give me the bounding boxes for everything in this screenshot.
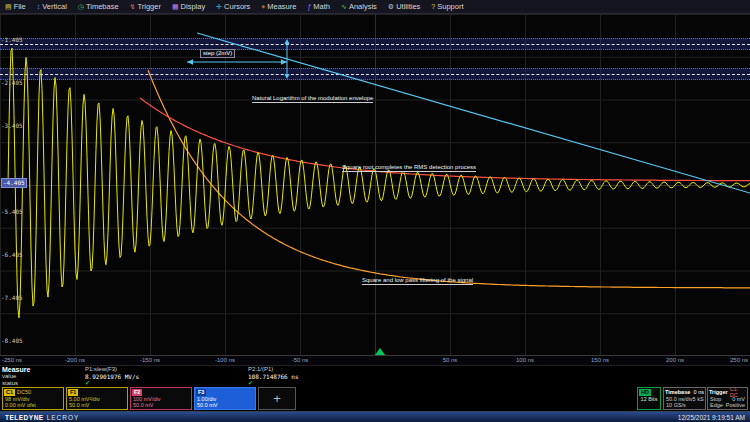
datetime-display: 12/25/2021 9:19:51 AM: [678, 414, 745, 421]
support-icon: ?: [431, 3, 435, 10]
y-axis-label: -7.405: [1, 294, 23, 302]
measure-panel-title: Measure: [2, 366, 30, 373]
c1-coupling: DC50: [17, 389, 31, 395]
y-axis-label: -6.405: [1, 251, 23, 259]
menu-item-math[interactable]: ƒMath: [307, 2, 330, 11]
lowpass-annotation-label: Square and low pass filtering of the sig…: [362, 277, 473, 285]
f3-chip: F3: [196, 389, 206, 396]
measure-value-row-label: value: [2, 373, 16, 380]
f3-offset: 50.0 mV: [195, 402, 255, 408]
rms-annotation-label: Square root completes the RMS detection …: [342, 164, 476, 172]
channel-c1-descriptor[interactable]: C1DC50 98 mV/div 0.00 mV ofst 85.557 kS: [2, 387, 64, 410]
menu-item-support[interactable]: ?Support: [431, 2, 463, 11]
menu-label: Analysis: [349, 2, 377, 11]
y-axis-label: -8.405: [1, 337, 23, 345]
x-axis-label: 150 ns: [591, 357, 609, 363]
menu-label: Vertical: [42, 2, 67, 11]
menu-item-timebase[interactable]: ◷Timebase: [78, 2, 119, 11]
menu-item-measure[interactable]: ⌖Measure: [261, 2, 296, 11]
vertical-icon: ↕: [37, 3, 41, 10]
timebase-title: Timebase: [665, 389, 690, 395]
c1-chip: C1: [4, 389, 15, 396]
menu-label: File: [14, 2, 26, 11]
descriptor-row: C1DC50 98 mV/div 0.00 mV ofst 85.557 kS …: [0, 386, 750, 411]
timebase-offset: 0 ns: [694, 389, 704, 395]
menu-label: Timebase: [86, 2, 119, 11]
measure-p2-header[interactable]: P2:1/(P1): [248, 366, 273, 373]
step-annotation-label[interactable]: step (2mV): [200, 49, 235, 58]
menu-item-vertical[interactable]: ↕Vertical: [37, 2, 67, 11]
x-axis-label: -50 ns: [292, 357, 309, 363]
utilities-icon: ⚙: [388, 3, 394, 10]
menu-label: Support: [437, 2, 463, 11]
hd-chip: HD: [639, 389, 651, 396]
c1-samples: 85.557 kS: [3, 408, 63, 410]
log-annotation-label: Natural Logarithm of the modulation enve…: [252, 95, 373, 103]
menu-item-analysis[interactable]: ∿Analysis: [341, 2, 377, 11]
status-bar: TELEDYNE LECROY 12/25/2021 9:19:51 AM: [0, 411, 750, 422]
timebase-descriptor[interactable]: Timebase0 ns 50.0 ns/div5 kS 10 GS/s: [663, 387, 706, 410]
file-icon: ▤: [5, 3, 12, 10]
analysis-icon: ∿: [341, 3, 347, 10]
menu-label: Display: [181, 2, 206, 11]
x-axis-label: 200 ns: [666, 357, 684, 363]
add-trace-button[interactable]: +: [258, 387, 296, 410]
math-icon: ƒ: [307, 3, 311, 10]
x-axis-label: -100 ns: [215, 357, 235, 363]
f2-chip: F2: [132, 389, 142, 396]
menu-label: Cursors: [224, 2, 250, 11]
y-axis-label-highlighted: -4.405: [1, 178, 27, 188]
menu-item-utilities[interactable]: ⚙Utilities: [388, 2, 420, 11]
x-axis: -250 ns -200 ns -150 ns -100 ns -50 ns 5…: [0, 356, 750, 365]
menu-label: Measure: [267, 2, 296, 11]
hd-bits: 12 Bits: [638, 396, 660, 402]
waveform-grid: -1.405 -2.405 -3.405 -4.405 -5.405 -6.40…: [0, 14, 750, 356]
cursors-icon: ✛: [216, 3, 222, 10]
x-axis-label: -200 ns: [65, 357, 85, 363]
timebase-rate: 10 GS/s: [666, 402, 686, 408]
x-axis-label: 250 ns: [730, 357, 748, 363]
trigger-icon: ↯: [130, 3, 136, 10]
menu-item-file[interactable]: ▤File: [5, 2, 26, 11]
oscilloscope-app: ▤File ↕Vertical ◷Timebase ↯Trigger ▦Disp…: [0, 0, 750, 422]
menu-label: Trigger: [137, 2, 160, 11]
x-axis-label: 50 ns: [443, 357, 458, 363]
timebase-icon: ◷: [78, 3, 84, 10]
trigger-descriptor[interactable]: TriggerC1 DC Stop0 mV EdgePositive: [707, 387, 748, 410]
x-axis-label: 100 ns: [516, 357, 534, 363]
brand-teledyne: TELEDYNE: [5, 414, 44, 421]
trace-f1-descriptor[interactable]: F1 5.00 mV²/div 50.0 mV: [66, 387, 128, 410]
y-axis-label: -1.405: [1, 36, 23, 44]
hd-mode-indicator: HD 12 Bits: [637, 387, 661, 410]
y-axis-label: -5.405: [1, 208, 23, 216]
brand-lecroy: LECROY: [47, 414, 80, 421]
menu-label: Utilities: [396, 2, 420, 11]
y-axis-label: -3.405: [1, 122, 23, 130]
measure-p1-value: 8.92901976 MV/s: [85, 373, 139, 380]
menu-item-display[interactable]: ▦Display: [172, 2, 205, 11]
waveform-canvas: [0, 14, 750, 356]
f1-offset: 50.0 mV: [67, 402, 127, 408]
measure-panel: Measure P1:slew(F3) P2:1/(P1) value 8.92…: [0, 365, 750, 387]
menu-label: Math: [313, 2, 330, 11]
display-icon: ▦: [172, 3, 179, 10]
trace-f3-descriptor[interactable]: F3 1.00/div 50.0 mV: [194, 387, 256, 410]
trigger-slope: Positive: [726, 402, 745, 408]
measure-p1-header[interactable]: P1:slew(F3): [85, 366, 117, 373]
f1-chip: F1: [68, 389, 78, 396]
f2-offset: 50.0 mV: [131, 402, 191, 408]
trigger-position-marker[interactable]: [375, 348, 385, 355]
menu-bar: ▤File ↕Vertical ◷Timebase ↯Trigger ▦Disp…: [0, 0, 750, 14]
x-axis-label: -150 ns: [140, 357, 160, 363]
trigger-type: Edge: [710, 402, 723, 408]
trace-f2-descriptor[interactable]: F2 100 mV/div 50.0 mV: [130, 387, 192, 410]
measure-icon: ⌖: [261, 3, 265, 10]
trigger-title: Trigger: [709, 389, 728, 395]
menu-item-trigger[interactable]: ↯Trigger: [130, 2, 161, 11]
y-axis-label: -2.405: [1, 79, 23, 87]
menu-item-cursors[interactable]: ✛Cursors: [216, 2, 250, 11]
x-axis-label: -250 ns: [2, 357, 22, 363]
measure-p2-value: 108.7148766 ns: [248, 373, 299, 380]
timebase-samples: 5 kS: [693, 396, 704, 402]
